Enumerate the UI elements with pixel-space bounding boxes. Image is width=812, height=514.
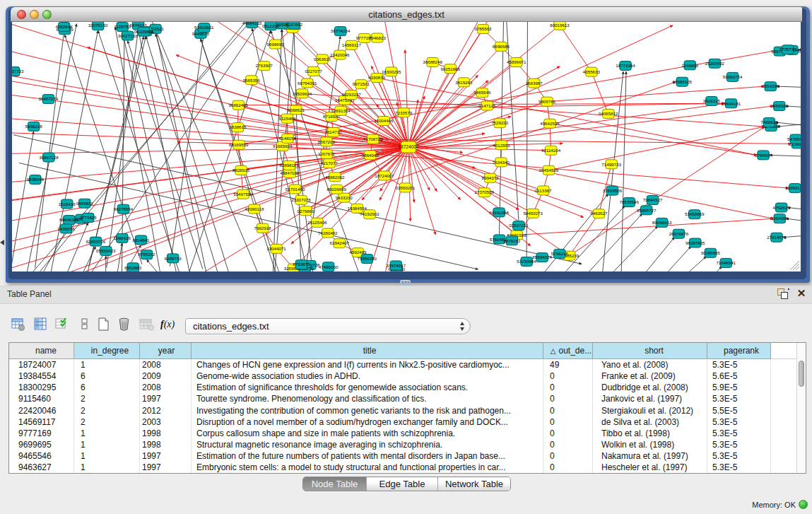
graph-node-label: 38774234 [331,28,351,33]
graph-node-label: 0113367 [535,188,552,193]
tab-edge-table[interactable]: Edge Table [367,477,438,491]
graph-node-label: 88169559 [229,142,249,147]
column-header-short[interactable]: short [593,343,707,359]
select-columns-icon[interactable] [55,317,71,332]
cell-pagerank: 5.3E-5 [707,416,771,428]
table-row[interactable]: 1938455462009Genome-wide association stu… [9,370,797,382]
tab-node-table[interactable]: Node Table [303,477,367,491]
graph-node-label: 6551035 [762,83,779,88]
graph-node-label: 32691354 [331,108,351,113]
window-title: citations_edges.txt [11,7,802,22]
graph-node-label: 9838049 [27,177,45,182]
table-tabs: Node TableEdge TableNetwork Table [302,477,511,491]
memory-status: Memory: OK [752,500,796,510]
graph-node-label: 7614710 [324,129,342,134]
graph-node-label: 2735737 [779,47,797,52]
graph-node-label: 58450273 [523,211,543,216]
float-panel-icon[interactable] [777,288,789,300]
graph-hub-label: 18724007 [398,144,419,149]
graph-node-label: 29454509 [539,168,559,173]
cell-out_degree: 0 [543,439,593,450]
column-header-in_degree[interactable]: in_degree [74,343,140,359]
function-builder-icon[interactable]: f(x) [160,317,176,332]
minimize-window-icon[interactable] [30,10,39,19]
view-resize-grip[interactable] [790,261,799,270]
table-row[interactable]: 911546021997Tourette syndrome. Phenomeno… [9,393,797,404]
cell-name: 9115460 [9,393,74,404]
split-pane-grip[interactable] [400,280,411,285]
cell-out_degree: 0 [543,382,593,393]
cell-year: 1998 [140,439,192,450]
table-selector[interactable]: citations_edges.txt [185,318,471,334]
graph-node-label: 91665823 [273,144,293,148]
table-row[interactable]: 946362711997Embryonic stem cells: a mode… [9,462,797,473]
graph-node-label: 62803726 [86,239,106,244]
row-options-icon[interactable] [78,317,94,332]
column-header-name[interactable]: name [9,343,74,359]
table-row[interactable]: 1830029562008Estimation of significance … [9,382,797,393]
graph-node-label: 3838615 [229,124,247,129]
close-panel-icon[interactable]: ✕ [796,288,807,299]
tab-network-table[interactable]: Network Table [438,477,510,491]
graph-node-label: 5478542 [787,136,801,141]
cell-title: Investigating the contribution of common… [192,405,543,416]
graph-node-label: 7682918 [254,226,271,230]
graph-node-label: 60433601 [194,25,214,30]
table-row[interactable]: 2242004622012Investigating the contribut… [9,405,797,416]
graph-node-label: 37669506 [603,188,623,193]
network-view[interactable]: 0356020118724007986494071708729110044667… [12,22,801,271]
graph-node-label: 1088426 [114,235,131,240]
graph-node-label: 1525436 [59,201,76,206]
show-columns-icon[interactable] [34,317,49,332]
cell-filler [771,428,797,439]
column-header-title[interactable]: title [192,343,543,359]
graph-node-label: 0796507 [755,153,772,158]
graph-node-label: 02099136 [785,185,801,190]
graph-node-label: 9809765 [539,99,556,104]
table-panel-titlebar: Table Panel [0,286,812,304]
table-row[interactable]: 1456911722003Disruption of a novel membe… [9,416,797,428]
cell-name: 9777169 [9,428,74,439]
graph-node-label: 20457274 [39,96,59,101]
cell-in_degree: 1 [74,359,140,370]
table-scrollbar[interactable] [796,343,806,473]
graph-node-label: 9115460 [279,116,296,121]
graph-node-label: 09694181 [722,101,741,106]
delete-icon[interactable] [117,317,133,332]
collapse-left-panel-icon[interactable] [0,240,4,245]
cell-year: 2009 [140,370,192,382]
table-row[interactable]: 969969511998Structural magnetic resonanc… [9,439,797,450]
table-panel-title: Table Panel [7,286,52,302]
table-row[interactable]: 946554611997Estimation of the future num… [9,450,797,462]
column-header-out_degree[interactable]: △out_de... [543,343,593,359]
new-file-icon[interactable] [97,317,112,332]
column-header-pagerank[interactable]: pagerank [707,343,771,359]
cell-year: 2012 [140,405,192,416]
graph-node-label: 55497584 [233,192,253,197]
graph-node-label: 62942407 [330,240,350,245]
node-table: namein_degreeyeartitle△out_de...shortpag… [8,342,806,474]
column-header-year[interactable]: year [140,343,192,359]
graph-node-label: 7488828 [760,119,778,124]
window-titlebar[interactable]: citations_edges.txt [11,7,802,22]
graph-node-label: 9699695 [267,42,285,47]
graph-node-label: 1128793 [114,24,131,29]
import-table-disabled-icon[interactable] [139,317,155,332]
graph-node-label: 25125406 [307,220,327,225]
table-scrollbar-thumb[interactable] [799,361,804,387]
graph-node-label: 68646381 [59,217,79,222]
graph-node-label: 39509624 [293,91,312,96]
graph-node-label: 22420046 [330,52,350,57]
float-panel-dot [788,288,789,290]
table-mode-icon[interactable] [11,317,27,332]
close-window-icon[interactable] [17,10,26,19]
graph-node-label: 1204056 [771,216,789,221]
graph-node-label: 7529220 [491,120,509,125]
table-row[interactable]: 1872400712008Changes of HCN gene express… [9,359,797,370]
table-row[interactable]: 977716911998Corpus callosum shape and si… [9,428,797,439]
table-body: 1872400712008Changes of HCN gene express… [9,359,797,473]
zoom-window-icon[interactable] [42,10,52,19]
cell-pagerank: 5.3E-5 [707,462,771,473]
graph-node-label: 6330839 [368,75,386,80]
graph-node-label: 11004466 [374,118,394,123]
